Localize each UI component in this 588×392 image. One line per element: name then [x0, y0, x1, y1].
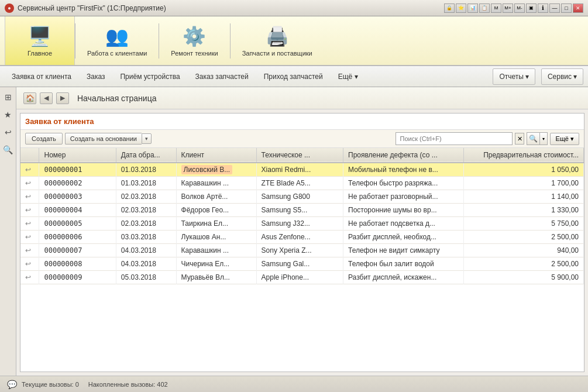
- forward-button[interactable]: ▶: [56, 92, 69, 104]
- row-device-cell: Asus Zenfone...: [256, 231, 343, 244]
- table-row[interactable]: ↩ 000000001 01.03.2018 Лисовский В... Xi…: [20, 163, 584, 177]
- row-defect-cell: Телефон быстро разряжа...: [343, 177, 464, 190]
- row-icon-cell: ↩: [20, 257, 39, 271]
- row-num-cell: 000000005: [39, 217, 116, 231]
- row-cost-cell: 1 700,00: [463, 177, 583, 190]
- row-defect-cell: Посторонние шумы во вр...: [343, 204, 464, 217]
- row-icon-cell: ↩: [20, 231, 39, 244]
- row-num-cell: 000000002: [39, 177, 116, 190]
- page-title: Начальная страница: [77, 94, 156, 103]
- row-status-icon: ↩: [25, 246, 31, 255]
- table-header-row: Номер Дата обра... Клиент Техническое ..…: [20, 148, 584, 163]
- titlebar-icon-area: 🔒: [444, 4, 455, 13]
- toolbar-parts[interactable]: 🖨️ Запчасти и поставщики: [231, 16, 324, 65]
- toolbar-clients[interactable]: 👥 Работа с клиентами: [75, 16, 159, 65]
- row-num-cell: 000000006: [39, 231, 116, 244]
- toolbar-repair[interactable]: ⚙️ Ремонт техники: [159, 16, 229, 65]
- col-header-cost[interactable]: Предварительная стоимост...: [463, 148, 583, 163]
- row-device-cell: Xiaomi Redmi...: [256, 163, 343, 177]
- table: Номер Дата обра... Клиент Техническое ..…: [20, 148, 584, 284]
- col-header-defect[interactable]: Проявление дефекта (со ...: [343, 148, 464, 163]
- search-go-arrow[interactable]: ▾: [539, 132, 548, 145]
- page-header: 🏠 ◀ ▶ Начальная страница: [16, 87, 588, 109]
- toolbar-home[interactable]: 🖥️ Главное: [5, 16, 75, 65]
- sidebar-search-icon[interactable]: 🔍: [2, 143, 15, 156]
- table-row[interactable]: ↩ 000000003 02.03.2018 Волков Артё... Sa…: [20, 190, 584, 204]
- table-row[interactable]: ↩ 000000005 02.03.2018 Таиркина Ел... Sa…: [20, 217, 584, 231]
- row-num-cell: 000000009: [39, 271, 116, 284]
- row-num-cell: 000000004: [39, 204, 116, 217]
- row-status-icon: ↩: [25, 273, 31, 281]
- maximize-button[interactable]: □: [561, 4, 572, 13]
- row-cost-cell: 5 750,00: [463, 217, 583, 231]
- row-device-cell: Samsung G800: [256, 190, 343, 204]
- col-header-num[interactable]: Номер: [39, 148, 116, 163]
- toolbar-repair-label: Ремонт техники: [171, 50, 218, 57]
- service-button[interactable]: Сервис ▾: [541, 68, 583, 85]
- home-nav-button[interactable]: 🏠: [23, 92, 36, 104]
- list-more-arrow-icon: ▾: [570, 135, 574, 143]
- col-header-device[interactable]: Техническое ...: [256, 148, 343, 163]
- row-status-icon: ↩: [25, 260, 31, 268]
- menu-item-client-request[interactable]: Заявка от клиента: [5, 69, 78, 84]
- menu-item-order-parts[interactable]: Заказ запчастей: [188, 69, 256, 84]
- status-icon: 💬: [7, 380, 17, 389]
- menu-item-receive[interactable]: Приём устройства: [113, 69, 187, 84]
- row-cost-cell: 940,00: [463, 244, 583, 257]
- row-cost-cell: 1 140,00: [463, 190, 583, 204]
- create-button[interactable]: Создать: [25, 133, 63, 145]
- content-area: ⊞ ★ ↩ 🔍 🏠 ◀ ▶ Начальная страница Заявка …: [0, 87, 588, 376]
- table-row[interactable]: ↩ 000000002 01.03.2018 Каравашкин ... ZT…: [20, 177, 584, 190]
- titlebar-icon7: M-: [514, 4, 525, 13]
- search-go-button[interactable]: 🔍: [527, 132, 539, 145]
- row-icon-cell: ↩: [20, 244, 39, 257]
- row-status-icon: ↩: [25, 179, 31, 187]
- sidebar-back-icon[interactable]: ↩: [2, 126, 15, 139]
- row-client-cell: Таиркина Ел...: [176, 217, 256, 231]
- row-icon-cell: ↩: [20, 217, 39, 231]
- search-clear-button[interactable]: ✕: [515, 133, 524, 145]
- row-defect-cell: Не работает разговорный...: [343, 190, 464, 204]
- search-area: ✕ 🔍 ▾ Ещё ▾: [154, 132, 579, 145]
- search-input[interactable]: [396, 132, 513, 145]
- window-title: Сервисный центр "FirstFix" (1С:Предприят…: [18, 4, 166, 12]
- left-sidebar: ⊞ ★ ↩ 🔍: [0, 87, 16, 376]
- table-row[interactable]: ↩ 000000006 03.03.2018 Лукашов Ан... Asu…: [20, 231, 584, 244]
- table-row[interactable]: ↩ 000000007 04.03.2018 Каравашкин ... So…: [20, 244, 584, 257]
- table-row[interactable]: ↩ 000000009 05.03.2018 Муравьёв Вл... Ap…: [20, 271, 584, 284]
- menu-item-incoming-parts[interactable]: Приход запчастей: [257, 69, 330, 84]
- row-cost-cell: 5 900,00: [463, 271, 583, 284]
- row-date-cell: 02.03.2018: [116, 190, 176, 204]
- sidebar-star-icon[interactable]: ★: [2, 108, 15, 121]
- titlebar-icon8: ▣: [526, 4, 537, 13]
- row-defect-cell: Мобильный телефон не в...: [343, 163, 464, 177]
- create-from-button[interactable]: Создать на основании: [65, 133, 142, 145]
- list-toolbar: Создать Создать на основании ▾ ✕ 🔍 ▾ Ещё…: [20, 130, 584, 148]
- titlebar-icon4: 📋: [479, 4, 490, 13]
- back-button[interactable]: ◀: [40, 92, 53, 104]
- row-status-icon: ↩: [25, 206, 31, 214]
- list-more-button[interactable]: Ещё ▾: [550, 133, 579, 145]
- row-icon-cell: ↩: [20, 190, 39, 204]
- main-content: 🏠 ◀ ▶ Начальная страница Заявка от клиен…: [16, 87, 588, 376]
- reports-button[interactable]: Отчеты ▾: [493, 68, 535, 85]
- table-row[interactable]: ↩ 000000008 04.03.2018 Чичерина Ел... Sa…: [20, 257, 584, 271]
- status-bar: 💬 Текущие вызовы: 0 Накопленные вызовы: …: [0, 376, 588, 392]
- row-date-cell: 05.03.2018: [116, 271, 176, 284]
- titlebar-icon5: M: [491, 4, 501, 13]
- minimize-button[interactable]: —: [549, 4, 560, 13]
- sidebar-grid-icon[interactable]: ⊞: [2, 91, 15, 104]
- titlebar-info[interactable]: ℹ: [538, 4, 548, 13]
- row-date-cell: 02.03.2018: [116, 217, 176, 231]
- close-button[interactable]: ✕: [573, 4, 583, 13]
- col-header-client[interactable]: Клиент: [176, 148, 256, 163]
- row-date-cell: 02.03.2018: [116, 204, 176, 217]
- row-cost-cell: 2 500,00: [463, 257, 583, 271]
- menu-item-more[interactable]: Ещё ▾: [331, 69, 365, 84]
- row-client-cell: Каравашкин ...: [176, 244, 256, 257]
- menu-item-order[interactable]: Заказ: [80, 69, 112, 84]
- table-row[interactable]: ↩ 000000004 02.03.2018 Фёдоров Гео... Sa…: [20, 204, 584, 217]
- col-header-date[interactable]: Дата обра...: [116, 148, 176, 163]
- window-controls[interactable]: 🔒 ⭐ 📊 📋 M M+ M- ▣ ℹ — □ ✕: [444, 4, 583, 13]
- create-from-arrow[interactable]: ▾: [142, 133, 152, 144]
